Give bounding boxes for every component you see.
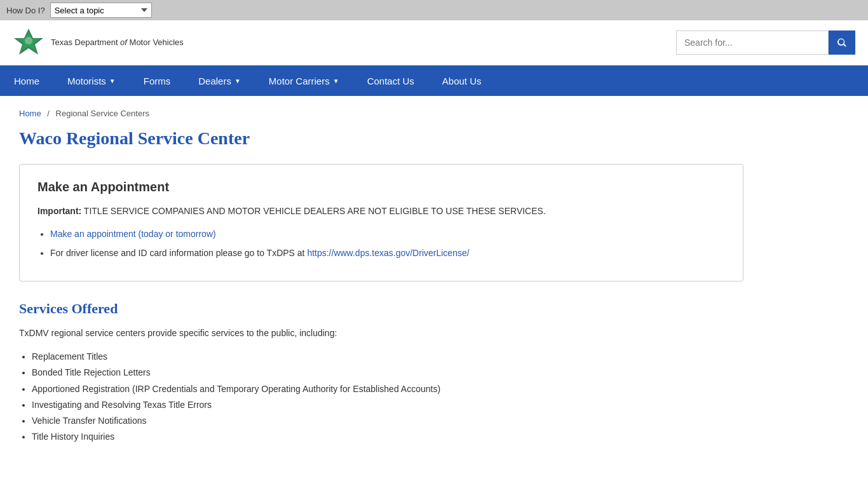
breadcrumb-current: Regional Service Centers <box>56 109 149 118</box>
breadcrumb-separator: / <box>47 109 50 118</box>
list-item: Vehicle Transfer Notifications <box>32 413 743 429</box>
logo-area: Texas Department of Motor Vehicles <box>13 27 184 58</box>
search-icon <box>836 37 848 48</box>
appointment-list: Make an appointment (today or tomorrow) … <box>50 227 725 261</box>
main-content: Home / Regional Service Centers Waco Reg… <box>0 96 763 458</box>
nav-item-contact-us[interactable]: Contact Us <box>353 65 428 96</box>
list-item: For driver license and ID card informati… <box>50 246 725 260</box>
svg-point-2 <box>25 37 32 44</box>
topic-select[interactable]: Select a topic <box>50 3 152 18</box>
appointment-heading: Make an Appointment <box>37 180 725 194</box>
breadcrumb: Home / Regional Service Centers <box>19 109 743 118</box>
list-item: Investigating and Resolving Texas Title … <box>32 397 743 413</box>
list-item: Bonded Title Rejection Letters <box>32 365 743 381</box>
nav-item-forms[interactable]: Forms <box>130 65 185 96</box>
page-title: Waco Regional Service Center <box>19 128 743 149</box>
logo-text: Texas Department of Motor Vehicles <box>51 37 184 48</box>
nav-item-about-us[interactable]: About Us <box>428 65 496 96</box>
appointment-link[interactable]: Make an appointment (today or tomorrow) <box>50 229 216 239</box>
appointment-box: Make an Appointment Important: TITLE SER… <box>19 164 743 281</box>
important-text-body: TITLE SERVICE COMPANIES AND MOTOR VEHICL… <box>84 206 546 216</box>
important-label: Important: <box>37 206 81 216</box>
top-bar: How Do I? Select a topic <box>0 0 868 20</box>
search-area <box>676 30 855 55</box>
chevron-down-icon: ▼ <box>109 78 116 85</box>
services-description: TxDMV regional service centers provide s… <box>19 326 743 340</box>
how-do-i-label: How Do I? <box>6 6 45 15</box>
list-item: Title History Inquiries <box>32 429 743 445</box>
list-item: Make an appointment (today or tomorrow) <box>50 227 725 241</box>
chevron-down-icon: ▼ <box>234 78 241 85</box>
nav-item-dealers[interactable]: Dealers ▼ <box>184 65 255 96</box>
chevron-down-icon: ▼ <box>333 78 339 85</box>
nav-item-home[interactable]: Home <box>0 65 53 96</box>
list-item: Apportioned Registration (IRP Credential… <box>32 381 743 397</box>
nav-item-motor-carriers[interactable]: Motor Carriers ▼ <box>255 65 353 96</box>
search-input[interactable] <box>676 30 829 55</box>
nav-item-motorists[interactable]: Motorists ▼ <box>53 65 130 96</box>
important-notice: Important: TITLE SERVICE COMPANIES AND M… <box>37 205 725 218</box>
main-nav: Home Motorists ▼ Forms Dealers ▼ Motor C… <box>0 65 868 96</box>
services-title: Services Offered <box>19 301 743 317</box>
driver-license-text: For driver license and ID card informati… <box>50 248 307 258</box>
breadcrumb-home-link[interactable]: Home <box>19 109 41 118</box>
txdmv-logo-icon <box>13 27 44 58</box>
search-button[interactable] <box>829 30 855 55</box>
dps-link[interactable]: https://www.dps.texas.gov/DriverLicense/ <box>307 248 469 258</box>
header: Texas Department of Motor Vehicles <box>0 20 868 65</box>
list-item: Replacement Titles <box>32 349 743 365</box>
services-list: Replacement Titles Bonded Title Rejectio… <box>32 349 743 445</box>
